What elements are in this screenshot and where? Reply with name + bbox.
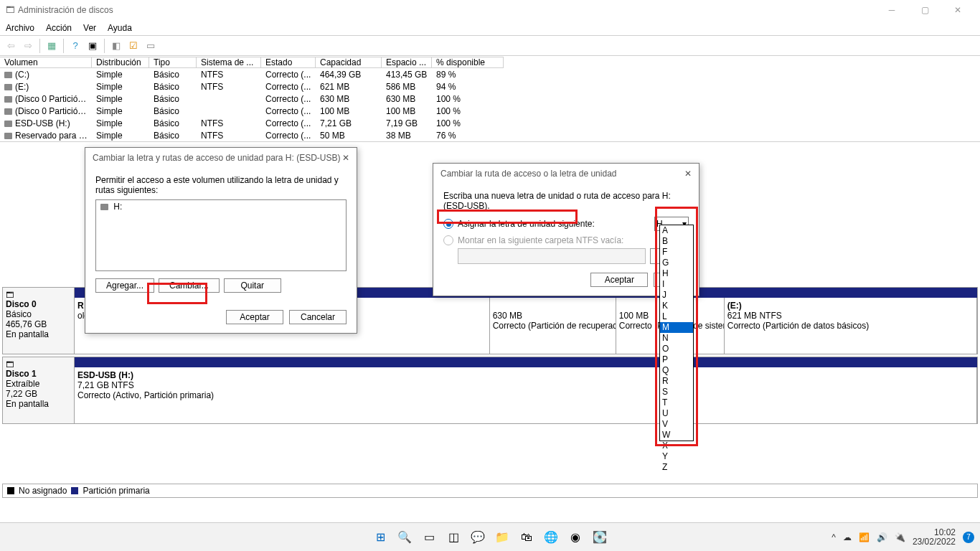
dlg1-change-button[interactable]: Cambiar...: [159, 278, 220, 293]
drive-icon: [100, 204, 108, 210]
dlg1-cancel-button[interactable]: Cancelar: [289, 310, 347, 324]
system-tray[interactable]: ^ ☁ 📶 🔊 🔌 10:02 23/02/2022 7: [831, 528, 974, 547]
dlg2-msg: Escriba una nueva letra de unidad o ruta…: [443, 191, 689, 211]
letter-option[interactable]: Z: [660, 462, 693, 473]
back-icon[interactable]: ⇦: [3, 38, 19, 54]
menu-archivo[interactable]: Archivo: [0, 23, 40, 33]
menubar: Archivo Acción Ver Ayuda: [0, 20, 980, 36]
col-estado[interactable]: Estado: [261, 57, 316, 68]
letter-option[interactable]: A: [660, 225, 693, 236]
table-row[interactable]: (Disco 0 Partición 4)SimpleBásicoCorrect…: [0, 105, 980, 117]
partition-box[interactable]: (E:)621 MB NTFSCorrecto (Partición de da…: [725, 298, 977, 354]
col-disponible[interactable]: % disponible: [432, 57, 504, 68]
dlg1-title: Cambiar la letra y rutas de acceso de un…: [93, 153, 342, 163]
notification-badge[interactable]: 7: [963, 532, 974, 543]
letter-option[interactable]: K: [660, 301, 693, 311]
col-capacidad[interactable]: Capacidad: [316, 57, 382, 68]
start-icon[interactable]: ⊞: [370, 527, 390, 547]
letter-option[interactable]: H: [660, 268, 693, 279]
letter-option[interactable]: G: [660, 258, 693, 268]
menu-ver[interactable]: Ver: [77, 23, 102, 33]
action3-icon[interactable]: ▭: [143, 38, 159, 54]
action1-icon[interactable]: ◧: [108, 38, 124, 54]
cloud-icon[interactable]: ☁: [843, 532, 852, 542]
letter-option[interactable]: R: [660, 376, 693, 387]
close-button[interactable]: ✕: [941, 0, 974, 20]
taskview-icon[interactable]: ▭: [419, 527, 439, 547]
chevron-up-icon[interactable]: ^: [831, 532, 836, 542]
table-row[interactable]: (Disco 0 Partición 3)SimpleBásicoCorrect…: [0, 93, 980, 105]
col-tipo[interactable]: Tipo: [149, 57, 197, 68]
dlg2-ok-button[interactable]: Aceptar: [590, 273, 648, 287]
letter-option[interactable]: J: [660, 290, 693, 301]
letter-option[interactable]: Q: [660, 365, 693, 376]
letter-option[interactable]: U: [660, 408, 693, 419]
letter-option[interactable]: V: [660, 419, 693, 430]
menu-ayuda[interactable]: Ayuda: [102, 23, 138, 33]
mount-path-input: [458, 248, 646, 264]
col-espacio[interactable]: Espacio ...: [382, 57, 432, 68]
table-row[interactable]: Reservado para el ...SimpleBásicoNTFSCor…: [0, 129, 980, 141]
dlg1-msg: Permitir el acceso a este volumen utiliz…: [95, 175, 347, 195]
diskmgmt-icon[interactable]: 💽: [590, 527, 610, 547]
partition-box[interactable]: 630 MBCorrecto (Partición de recuperació…: [490, 298, 616, 354]
explorer-icon[interactable]: 📁: [492, 527, 512, 547]
table-row[interactable]: (E:)SimpleBásicoNTFSCorrecto (...621 MB5…: [0, 80, 980, 93]
refresh-icon[interactable]: ▣: [85, 38, 100, 54]
minimize-button[interactable]: ─: [875, 0, 908, 20]
widgets-icon[interactable]: ◫: [443, 527, 463, 547]
menu-accion[interactable]: Acción: [40, 23, 77, 33]
app-icon: 🗔: [6, 5, 14, 15]
dlg2-opt1: Asignar la letra de unidad siguiente:: [458, 219, 595, 229]
dlg1-entry: H:: [113, 202, 122, 212]
search-icon[interactable]: 🔍: [395, 527, 415, 547]
letter-option[interactable]: M: [660, 322, 693, 333]
letter-option[interactable]: Y: [660, 451, 693, 462]
radio-mount-folder[interactable]: [443, 235, 453, 245]
legend-primary: Partición primaria: [83, 486, 149, 496]
letter-option[interactable]: L: [660, 311, 693, 322]
dlg1-add-button[interactable]: Agregar...: [95, 278, 154, 293]
wifi-icon[interactable]: 📶: [859, 532, 870, 542]
letter-option[interactable]: B: [660, 236, 693, 247]
dlg1-ok-button[interactable]: Aceptar: [226, 310, 283, 324]
taskbar-center: ⊞ 🔍 ▭ ◫ 💬 📁 🛍 🌐 ◉ 💽: [370, 527, 610, 547]
maximize-button[interactable]: ▢: [908, 0, 941, 20]
col-distribucion[interactable]: Distribución: [92, 57, 149, 68]
dlg1-remove-button[interactable]: Quitar: [224, 278, 281, 293]
dlg2-close-icon[interactable]: ✕: [684, 169, 692, 179]
col-sistema[interactable]: Sistema de ...: [197, 57, 261, 68]
table-row[interactable]: ESD-USB (H:)SimpleBásicoNTFSCorrecto (..…: [0, 117, 980, 129]
col-volumen[interactable]: Volumen: [0, 57, 92, 68]
letter-option[interactable]: X: [660, 441, 693, 451]
help-icon[interactable]: ?: [67, 38, 83, 54]
letter-option[interactable]: N: [660, 333, 693, 344]
store-icon[interactable]: 🛍: [517, 527, 537, 547]
letter-option[interactable]: I: [660, 279, 693, 290]
legend: No asignado Partición primaria: [2, 484, 978, 498]
letter-option[interactable]: F: [660, 247, 693, 258]
tray-date: 23/02/2022: [913, 537, 956, 547]
view-icon[interactable]: ▦: [44, 38, 60, 54]
letter-option[interactable]: T: [660, 397, 693, 408]
table-row[interactable]: (C:)SimpleBásicoNTFSCorrecto (...464,39 …: [0, 68, 980, 80]
titlebar: 🗔 Administración de discos ─ ▢ ✕: [0, 0, 980, 20]
letter-option[interactable]: S: [660, 387, 693, 397]
legend-primary-swatch: [71, 487, 78, 494]
radio-assign-letter[interactable]: [443, 219, 453, 229]
partition-box[interactable]: ESD-USB (H:)7,21 GB NTFSCorrecto (Activo…: [75, 367, 977, 423]
letter-dropdown-list[interactable]: ABFGHIJKLMNOPQRSTUVWXYZ: [659, 225, 694, 441]
toolbar: ⇦ ⇨ ▦ ? ▣ ◧ ☑ ▭: [0, 36, 980, 56]
dlg1-listbox[interactable]: H:: [95, 199, 347, 271]
chrome-icon[interactable]: ◉: [565, 527, 585, 547]
action2-icon[interactable]: ☑: [126, 38, 141, 54]
battery-icon[interactable]: 🔌: [895, 532, 905, 542]
letter-option[interactable]: W: [660, 430, 693, 441]
letter-option[interactable]: O: [660, 344, 693, 354]
forward-icon[interactable]: ⇨: [20, 38, 36, 54]
volume-icon[interactable]: 🔊: [877, 532, 887, 542]
chat-icon[interactable]: 💬: [468, 527, 488, 547]
dlg1-close-icon[interactable]: ✕: [342, 153, 349, 163]
letter-option[interactable]: P: [660, 354, 693, 365]
edge-icon[interactable]: 🌐: [541, 527, 561, 547]
